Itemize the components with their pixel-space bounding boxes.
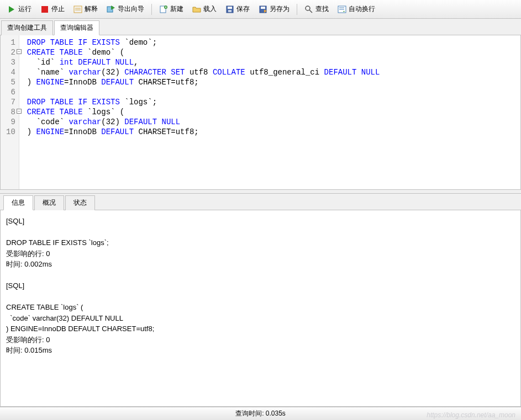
status-bar: 查询时间: 0.035s https://blog.csdn.net/aa_mo… (0, 407, 521, 420)
load-label: 载入 (203, 4, 217, 14)
code-line[interactable]: `code` varchar(32) DEFAULT NULL (27, 117, 517, 127)
code-line[interactable]: CREATE TABLE `demo` ( (27, 47, 517, 57)
code-area[interactable]: DROP TABLE IF EXISTS `demo`;CREATE TABLE… (19, 35, 520, 189)
save-as-label: 另存为 (270, 4, 290, 14)
explain-icon (73, 5, 82, 14)
gutter-line: 4 (6, 67, 15, 77)
code-line[interactable] (27, 87, 517, 97)
tab-query-editor[interactable]: 查询编辑器 (54, 20, 99, 35)
find-button[interactable]: 查找 (301, 2, 333, 16)
tab-profile[interactable]: 概况 (34, 195, 64, 210)
main-toolbar: 运行 停止 解释 导出向导 新建 载入 保存 (0, 0, 521, 19)
gutter-line: 7 (6, 97, 15, 107)
svg-rect-14 (261, 7, 265, 9)
gutter-line: 3 (6, 57, 15, 67)
stop-icon (40, 5, 49, 14)
save-label: 保存 (236, 4, 250, 14)
svg-rect-1 (41, 6, 48, 13)
svg-rect-12 (228, 10, 231, 12)
code-line[interactable]: `id` int DEFAULT NULL, (27, 57, 517, 67)
gutter-line: 1 (6, 38, 15, 47)
play-icon (7, 5, 16, 14)
svg-line-16 (309, 10, 312, 13)
gutter-line: 5 (6, 77, 15, 87)
svg-rect-11 (228, 7, 232, 9)
save-icon (225, 5, 234, 14)
auto-wrap-button[interactable]: 自动换行 (334, 2, 379, 16)
code-line[interactable]: DROP TABLE IF EXISTS `demo`; (27, 38, 517, 47)
toolbar-separator (297, 4, 297, 15)
export-label: 导出向导 (118, 4, 144, 14)
stop-button[interactable]: 停止 (36, 2, 69, 16)
folder-open-icon (192, 5, 201, 14)
sql-editor[interactable]: 12−345678−910 DROP TABLE IF EXISTS `demo… (0, 35, 521, 190)
new-icon (159, 5, 168, 14)
gutter-line: 8− (6, 107, 15, 117)
code-line[interactable]: CREATE TABLE `logs` ( (27, 107, 517, 117)
code-line[interactable]: `name` varchar(32) CHARACTER SET utf8 CO… (27, 67, 517, 77)
gutter-line: 10 (6, 127, 15, 137)
fold-marker-icon[interactable]: − (17, 49, 22, 54)
stop-label: 停止 (51, 4, 65, 14)
toolbar-separator (151, 4, 152, 15)
watermark: https://blog.csdn.net/aa_moon (427, 411, 515, 419)
fold-marker-icon[interactable]: − (17, 109, 22, 114)
output-log[interactable]: [SQL] DROP TABLE IF EXISTS `logs`; 受影响的行… (0, 210, 521, 407)
gutter-line: 2− (6, 47, 15, 57)
code-line[interactable]: ) ENGINE=InnoDB DEFAULT CHARSET=utf8; (27, 127, 517, 137)
svg-rect-2 (74, 6, 82, 13)
load-button[interactable]: 载入 (188, 2, 220, 16)
new-button[interactable]: 新建 (155, 2, 187, 16)
line-gutter: 12−345678−910 (1, 35, 19, 189)
svg-point-15 (306, 6, 310, 10)
explain-label: 解释 (85, 4, 98, 14)
export-icon (107, 5, 115, 14)
run-label: 运行 (18, 4, 31, 14)
svg-marker-0 (9, 6, 14, 13)
tab-label: 概况 (43, 199, 56, 206)
explain-button[interactable]: 解释 (70, 2, 102, 16)
tab-label: 状态 (73, 199, 87, 206)
run-button[interactable]: 运行 (3, 2, 35, 16)
code-line[interactable]: ) ENGINE=InnoDB DEFAULT CHARSET=utf8; (27, 77, 517, 87)
auto-wrap-label: 自动换行 (349, 4, 375, 14)
save-as-icon (259, 5, 267, 14)
gutter-line: 6 (6, 87, 15, 97)
tab-info[interactable]: 信息 (3, 195, 33, 210)
output-tabstrip: 信息 概况 状态 (0, 193, 521, 210)
query-time: 查询时间: 0.035s (235, 409, 286, 418)
gutter-line: 9 (6, 117, 15, 127)
new-label: 新建 (170, 4, 183, 14)
tab-label: 查询创建工具 (7, 24, 47, 31)
find-label: 查找 (315, 4, 329, 14)
editor-tabstrip: 查询创建工具 查询编辑器 (0, 19, 521, 35)
code-line[interactable]: DROP TABLE IF EXISTS `logs`; (27, 97, 517, 107)
tab-query-builder[interactable]: 查询创建工具 (1, 20, 53, 35)
export-wizard-button[interactable]: 导出向导 (103, 2, 148, 16)
save-as-button[interactable]: 另存为 (255, 2, 293, 16)
save-button[interactable]: 保存 (222, 2, 254, 16)
tab-label: 查询编辑器 (60, 24, 93, 31)
wrap-icon (338, 5, 346, 14)
search-icon (304, 5, 313, 14)
tab-label: 信息 (12, 199, 25, 206)
tab-status[interactable]: 状态 (65, 195, 95, 210)
